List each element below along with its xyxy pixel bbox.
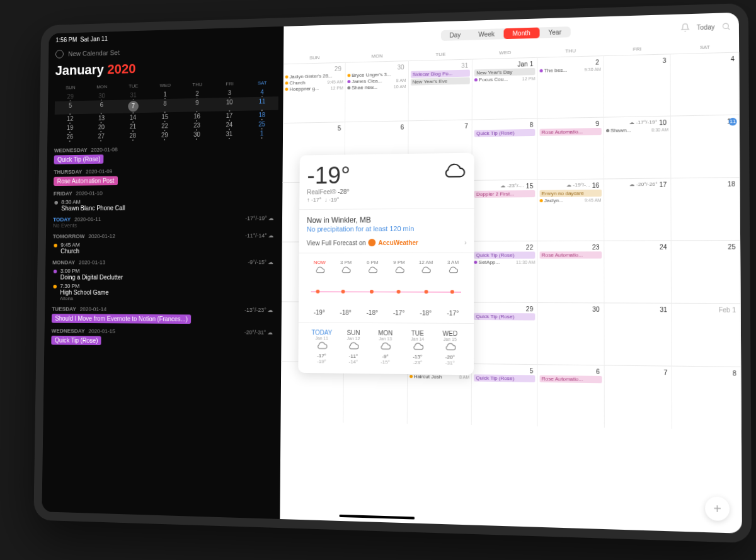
- ipad-device: 1:56 PM Sat Jan 11 ⌇ ▭ New Calendar Set …: [33, 3, 752, 543]
- month-event-pill[interactable]: New Year's Day: [474, 68, 535, 76]
- mini-cal-day[interactable]: 28: [117, 131, 149, 140]
- month-event-pill[interactable]: New Year's Eve: [410, 77, 470, 86]
- agenda-day-header: TUESDAY 2020-01-14-13°/-23° ☁: [52, 306, 277, 314]
- month-event[interactable]: Shae new...10 AM: [347, 84, 406, 91]
- month-grid-cell[interactable]: 2The bes...9:30 AM: [537, 55, 604, 118]
- month-event-pill[interactable]: Rose Automatio...: [540, 128, 602, 136]
- mini-cal-day[interactable]: 1: [149, 89, 181, 100]
- mini-cal-day[interactable]: 10: [213, 97, 246, 111]
- month-grid-cell[interactable]: 3: [604, 54, 671, 117]
- month-event[interactable]: Hoeppner g...12 PM: [285, 85, 343, 92]
- month-grid-cell[interactable]: 31: [604, 302, 672, 365]
- mini-cal-day[interactable]: 5: [55, 101, 86, 115]
- month-grid-cell[interactable]: ☁ -20°/-26°17: [604, 178, 672, 240]
- mini-cal-day[interactable]: 30: [86, 91, 118, 100]
- agenda-event-pill[interactable]: Quick Tip (Rose): [51, 336, 101, 345]
- month-grid-cell[interactable]: 18: [672, 177, 740, 240]
- mini-cal-day[interactable]: 13: [86, 113, 117, 123]
- mini-cal-day[interactable]: 3: [214, 88, 246, 98]
- cloud-icon: [316, 341, 328, 351]
- month-grid-cell[interactable]: 8Quick Tip (Rose): [472, 118, 538, 180]
- mini-cal-day[interactable]: 18: [246, 110, 278, 120]
- mini-cal-day[interactable]: 20: [86, 122, 117, 132]
- month-grid-cell[interactable]: 29Jaclyn Ginter's 28...Church9:45 AMHoep…: [283, 62, 345, 123]
- month-grid-cell[interactable]: 30: [537, 302, 604, 365]
- agenda-event[interactable]: 9:45 AMChurch: [52, 241, 277, 254]
- month-grid-cell[interactable]: 29Quick Tip (Rose): [472, 302, 537, 365]
- month-grid-cell[interactable]: 30Bryce Unger's 3...James Clea...8 AMSha…: [345, 60, 409, 122]
- month-grid-cell[interactable]: ☁ -19°/-...16Emryn no daycareJaclyn...9:…: [537, 178, 604, 241]
- month-event[interactable]: SetApp...11:30 AM: [474, 260, 536, 265]
- mini-cal-day[interactable]: 26: [54, 132, 86, 141]
- mini-cal-day[interactable]: 16: [181, 111, 213, 122]
- month-event-pill[interactable]: Quick Tip (Rose): [474, 129, 535, 137]
- mini-cal-day[interactable]: 19: [54, 123, 86, 132]
- mini-cal-day[interactable]: 31: [213, 129, 246, 139]
- month-event-pill[interactable]: Emryn no daycare: [540, 190, 602, 197]
- mini-cal-day[interactable]: 30: [181, 130, 213, 139]
- hourly-temp: -17°: [439, 307, 466, 316]
- mini-cal-day[interactable]: 12: [54, 114, 86, 123]
- month-grid-cell[interactable]: Jan 1New Year's DayFocus Cou...12 PM: [472, 57, 537, 120]
- mini-cal-day[interactable]: 29: [149, 130, 181, 140]
- agenda-event[interactable]: 7:30 PMHigh School GameAltona: [52, 283, 277, 302]
- mini-cal-day[interactable]: 6: [86, 100, 117, 114]
- month-grid-cell[interactable]: 1111: [671, 115, 740, 178]
- month-grid-cell[interactable]: Feb 1: [672, 303, 741, 367]
- mini-calendar[interactable]: SUNMONTUEWEDTHUFRISAT2930311234567891011…: [54, 78, 278, 142]
- month-grid-cell[interactable]: 6Rose Automatio...: [537, 364, 604, 428]
- agenda-day-header: THURSDAY 2020-01-09: [54, 166, 278, 175]
- mini-cal-day[interactable]: 22: [149, 121, 181, 130]
- month-grid-cell[interactable]: 9Rose Automatio...: [537, 117, 604, 180]
- settings-row[interactable]: New Calendar Set: [55, 43, 279, 58]
- agenda-event[interactable]: 3:00 PMDoing a Digital Declutter: [52, 268, 277, 281]
- mini-cal-day[interactable]: 11: [246, 96, 278, 111]
- month-grid-cell[interactable]: 4: [671, 52, 740, 116]
- mini-cal-day[interactable]: 27: [86, 132, 117, 141]
- month-event[interactable]: Jaclyn...9:45 AM: [540, 197, 602, 203]
- agenda-event-pill[interactable]: Rose Automation Post: [54, 176, 118, 186]
- month-grid-cell[interactable]: ☁ -17°/-19°10Shawn...8:30 AM: [604, 116, 672, 179]
- month-grid-cell[interactable]: 31Sidecar Blog Po...New Year's Eve: [408, 59, 472, 120]
- month-grid-cell[interactable]: 5Quick Tip (Rose): [472, 363, 537, 426]
- month-event-pill[interactable]: Sidecar Blog Po...: [411, 70, 471, 78]
- month-event-pill[interactable]: Rose Automatio...: [540, 375, 602, 384]
- add-button[interactable]: +: [705, 496, 730, 521]
- mini-cal-day[interactable]: 4: [246, 88, 278, 98]
- month-event-pill[interactable]: Quick Tip (Rose): [474, 374, 535, 382]
- mini-cal-day[interactable]: 25: [246, 119, 278, 129]
- mini-cal-day[interactable]: 1: [246, 129, 278, 139]
- agenda-event-pill[interactable]: Quick Tip (Rose): [54, 154, 104, 164]
- month-grid-cell[interactable]: 25: [672, 240, 741, 303]
- month-grid-cell[interactable]: 7: [604, 365, 672, 428]
- month-event[interactable]: Focus Cou...12 PM: [474, 76, 535, 83]
- month-event-pill[interactable]: Quick Tip (Rose): [474, 251, 536, 258]
- mini-cal-day[interactable]: 31: [117, 90, 149, 100]
- month-event[interactable]: The bes...9:30 AM: [540, 66, 602, 73]
- mini-cal-day[interactable]: 2: [181, 89, 213, 99]
- mini-cal-day[interactable]: 24: [213, 120, 246, 130]
- mini-cal-day[interactable]: 8: [149, 99, 181, 113]
- month-event-pill[interactable]: Doppler 2 First...: [474, 190, 535, 198]
- mini-cal-day[interactable]: 7: [117, 100, 149, 113]
- month-event[interactable]: Shawn...8:30 AM: [606, 127, 668, 134]
- agenda-list[interactable]: WEDNESDAY 2020-01-08Quick Tip (Rose)THUR…: [51, 144, 278, 346]
- mini-cal-day[interactable]: 29: [55, 92, 86, 101]
- month-grid-cell[interactable]: 22Quick Tip (Rose)SetApp...11:30 AM: [472, 241, 537, 302]
- mini-cal-day[interactable]: 9: [181, 98, 213, 111]
- mini-cal-day[interactable]: 17: [213, 111, 246, 121]
- month-grid-cell[interactable]: 23Rose Automatio...: [537, 241, 604, 303]
- mini-cal-day[interactable]: 14: [117, 113, 149, 122]
- accuweather-link[interactable]: View Full Forecast on AccuWeather ›: [307, 239, 467, 247]
- mini-cal-day[interactable]: 15: [149, 112, 181, 122]
- hourly-temp: -17°: [386, 307, 413, 316]
- month-event-pill[interactable]: Rose Automatio...: [540, 251, 602, 258]
- mini-cal-day[interactable]: 23: [181, 120, 213, 130]
- mini-cal-day[interactable]: 21: [117, 122, 149, 131]
- month-grid-cell[interactable]: ☁ -23°/-...15Doppler 2 First...: [472, 180, 538, 241]
- agenda-event[interactable]: 8:30 AMShawn Blanc Phone Call: [53, 197, 277, 212]
- month-grid-cell[interactable]: 8: [672, 366, 742, 430]
- month-grid-cell[interactable]: 24: [604, 240, 672, 302]
- agenda-event-pill[interactable]: Should I Move from Evernote to Notion (F…: [52, 314, 192, 324]
- month-event-pill[interactable]: Quick Tip (Rose): [474, 313, 535, 321]
